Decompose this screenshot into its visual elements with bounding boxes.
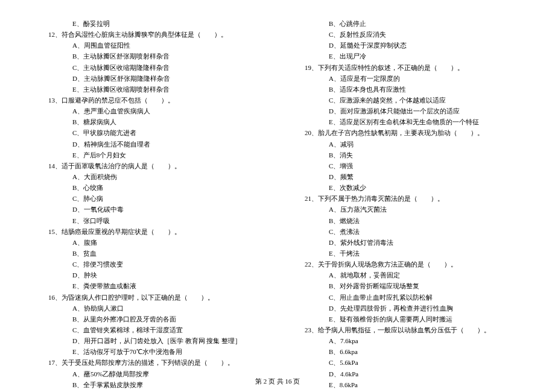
right-column: B、心跳停止 C、反射性反应消失 D、延髓处于深度抑制状态 E、出现尸冷 19、…	[305, 18, 525, 368]
question-text: 21、下列不属于热力消毒灭菌法的是（ ）。	[305, 193, 525, 204]
option-text: B、心绞痛	[48, 182, 268, 193]
option-text: E、粪便带脓血或黏液	[48, 280, 268, 291]
option-text: B、对外露骨折断端应现场整复	[305, 280, 525, 291]
question-text: 17、关于受压处局部按摩方法的描述，下列错误的是（ ）。	[48, 357, 268, 368]
option-text: C、排便习惯改变	[48, 259, 268, 270]
option-text: E、疑有颈椎骨折的病人需要两人同时搬运	[305, 314, 525, 324]
option-text: E、干烤法	[305, 248, 525, 259]
option-text: E、次数减少	[305, 182, 525, 193]
option-text: D、主动脉瓣区舒张期隆隆样杂音	[48, 73, 268, 84]
option-text: E、主动脉瓣区收缩期喷射样杂音	[48, 84, 268, 95]
option-text: A、协助病人漱口	[48, 303, 268, 314]
option-text: B、贫血	[48, 248, 268, 259]
option-text: C、煮沸法	[305, 226, 525, 237]
option-text: C、用止血带止血时应扎紧以防松解	[305, 292, 525, 303]
option-text: A、大面积烧伤	[48, 171, 268, 182]
option-text: B、心跳停止	[305, 18, 525, 29]
option-text: A、周围血管征阳性	[48, 40, 268, 51]
option-text: B、消失	[305, 150, 525, 160]
question-text: 22、关于骨折病人现场急救方法正确的是（ ）。	[305, 259, 525, 270]
option-text: B、主动脉瓣区舒张期喷射样杂音	[48, 51, 268, 62]
option-text: D、先处理四肢骨折，再检查并进行性血胸	[305, 303, 525, 314]
option-text: E、产后8个月妇女	[48, 150, 268, 160]
option-text: C、应激源来的越突然，个体越难以适应	[305, 95, 525, 106]
option-text: E、适应是区别有生命机体和无生命物质的一个特征	[305, 116, 525, 127]
option-text: D、用开口器时，从门齿处放入［医学 教育网 搜集 整理］	[48, 335, 268, 346]
option-text: D、频繁	[305, 171, 525, 182]
option-text: C、主动脉瓣区收缩期隆隆样杂音	[48, 62, 268, 73]
option-text: C、反射性反应消失	[305, 29, 525, 40]
option-text: A、腹痛	[48, 237, 268, 248]
question-text: 23、给予病人用氧指征，一般应以动脉血氧分压低于（ ）。	[305, 324, 525, 335]
option-text: D、紫外线灯管消毒法	[305, 237, 525, 248]
option-text: D、面对应激源机体只能做出一个层次的适应	[305, 106, 525, 116]
option-text: E、酚妥拉明	[48, 18, 268, 29]
option-text: B、糖尿病病人	[48, 116, 268, 127]
option-text: C、5.6kPa	[305, 357, 525, 368]
option-text: A、7.6kpa	[305, 335, 525, 346]
question-text: 20、胎儿在子宫内急性缺氧初期，主要表现为胎动（ ）。	[305, 127, 525, 138]
question-text: 12、符合风湿性心脏病主动脉瓣狭窄的典型体征是（ ）。	[48, 29, 268, 40]
option-text: B、从里向外擦净口腔及牙齿的各面	[48, 314, 268, 324]
option-text: B、6.6kpa	[305, 346, 525, 357]
option-text: D、精神病生活不能自理者	[48, 139, 268, 150]
option-text: D、延髓处于深度抑制状态	[305, 40, 525, 51]
option-text: C、增强	[305, 160, 525, 171]
option-text: C、肺心病	[48, 193, 268, 204]
option-text: A、就地取材，妥善固定	[305, 270, 525, 280]
option-text: E、出现尸冷	[305, 51, 525, 62]
option-text: A、患严重心血管疾病病人	[48, 106, 268, 116]
option-text: D、一氧化碳中毒	[48, 204, 268, 215]
left-column: E、酚妥拉明 12、符合风湿性心脏病主动脉瓣狭窄的典型体征是（ ）。 A、周围血…	[48, 18, 268, 368]
option-text: B、燃烧法	[305, 215, 525, 226]
question-text: 16、为昏迷病人作口腔护理时，以下正确的是（ ）。	[48, 292, 268, 303]
option-text: E、活动假牙可放于70℃水中浸泡备用	[48, 346, 268, 357]
option-text: A、压力蒸汽灭菌法	[305, 204, 525, 215]
question-text: 15、结肠癌最应重视的早期症状是（ ）。	[48, 226, 268, 237]
question-text: 19、下列有关适应特性的叙述，不正确的是（ ）。	[305, 62, 525, 73]
option-text: A、减弱	[305, 139, 525, 150]
question-text: 13、口服避孕药的禁忌症不包括（ ）。	[48, 95, 268, 106]
option-text: B、适应本身也具有应激性	[305, 84, 525, 95]
option-text: D、肿块	[48, 270, 268, 280]
option-text: C、甲状腺功能亢进者	[48, 127, 268, 138]
question-text: 14、适于面罩吸氧法治疗的病人是（ ）。	[48, 160, 268, 171]
option-text: A、适应是有一定限度的	[305, 73, 525, 84]
option-text: E、张口呼吸	[48, 215, 268, 226]
page-footer: 第 2 页 共 16 页	[0, 377, 555, 386]
option-text: C、血管钳夹紧棉球，棉球干湿度适宜	[48, 324, 268, 335]
